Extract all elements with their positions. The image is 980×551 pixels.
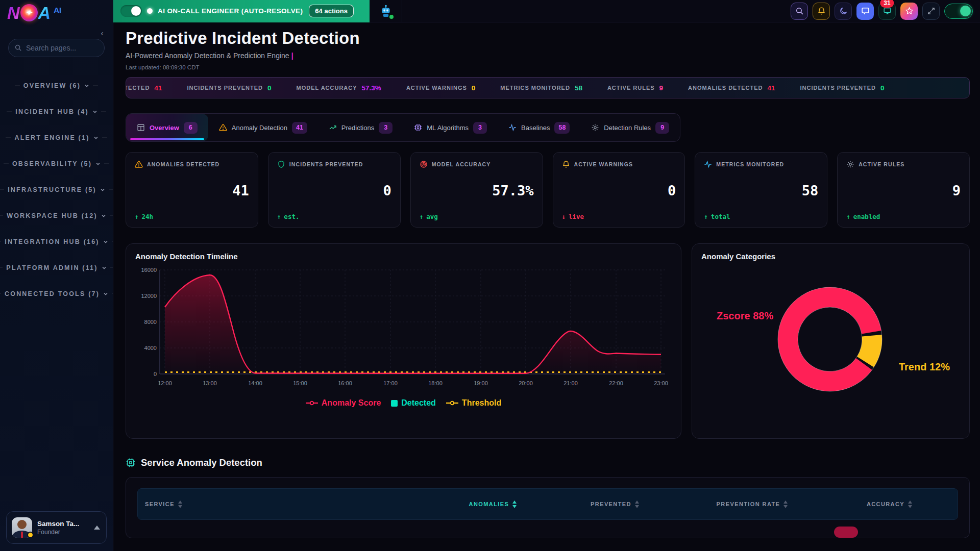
- user-role: Founder: [37, 529, 89, 536]
- sidebar-item-observability[interactable]: OBSERVABILITY (5): [0, 151, 113, 177]
- chat-button[interactable]: [856, 3, 874, 20]
- search-icon: [795, 7, 804, 15]
- theme-toggle-button[interactable]: [835, 3, 852, 20]
- stat-card-model-accuracy: MODEL ACCURACY 57.3% ↑avg: [410, 152, 543, 228]
- sidebar-item-workspace-hub[interactable]: WORKSPACE HUB (12): [0, 203, 113, 229]
- ticker-item: METRICS MONITORED58: [500, 84, 582, 92]
- ticker-item: ACTIVE RULES9: [607, 84, 663, 92]
- column-header-service[interactable]: SERVICE: [145, 500, 432, 508]
- last-updated: Last updated: 08:09:30 CDT: [126, 64, 970, 70]
- page-subtitle: AI-Powered Anomaly Detection & Predictio…: [126, 52, 970, 60]
- sessions-button[interactable]: 31: [878, 3, 896, 20]
- square-marker-icon: [391, 400, 398, 407]
- sidebar-item-integration-hub[interactable]: INTEGRATION HUB (16): [0, 229, 113, 255]
- app-logo[interactable]: N ✦ A AI: [0, 0, 113, 26]
- ticker-item: INCIDENTS PREVENTED0: [187, 84, 271, 92]
- sidebar-nav: OVERVIEW (6) INCIDENT HUB (4) ALERT ENGI…: [0, 72, 113, 307]
- donut-label-zscore: Zscore 88%: [717, 310, 773, 322]
- actions-count-badge[interactable]: 64 actions: [309, 5, 354, 17]
- star-icon: [905, 7, 914, 15]
- stat-cards: ANOMALIES DETECTED 41 ↑24h INCIDENTS PRE…: [126, 152, 970, 228]
- trend-arrow-icon: ↓: [562, 213, 566, 220]
- activity-icon: [704, 160, 712, 168]
- sidebar-item-incident-hub[interactable]: INCIDENT HUB (4): [0, 98, 113, 124]
- service-section-header: Service Anomaly Detection: [126, 457, 970, 468]
- column-header-prevention-rate[interactable]: PREVENTION RATE: [676, 500, 828, 508]
- cpu-scan-icon: [126, 458, 136, 468]
- bell-icon: [817, 7, 826, 15]
- chevron-down-icon: [84, 83, 89, 88]
- section-title: Service Anomaly Detection: [141, 457, 262, 468]
- favorites-button[interactable]: [900, 3, 918, 20]
- sort-icons: [783, 500, 788, 508]
- chevron-down-icon: [92, 109, 97, 114]
- moon-icon: [839, 7, 848, 15]
- chevron-down-icon: [103, 239, 108, 244]
- notification-count-badge: 31: [880, 0, 894, 8]
- logo-ai-text: AI: [54, 6, 61, 14]
- search-input[interactable]: [8, 39, 105, 57]
- sidebar-item-connected-tools[interactable]: CONNECTED TOOLS (7): [0, 281, 113, 307]
- trend-arrow-icon: ↑: [420, 213, 424, 220]
- tab-baselines[interactable]: Baselines 58: [498, 114, 580, 141]
- svg-text:4000: 4000: [144, 345, 157, 351]
- alerts-button[interactable]: [813, 3, 830, 20]
- ticker-item: INCIDENTS PREVENTED0: [800, 84, 884, 92]
- donut-label-trend: Trend 12%: [899, 361, 950, 373]
- sort-icons: [908, 500, 912, 508]
- stat-card-incidents-prevented: INCIDENTS PREVENTED 0 ↑est.: [268, 152, 401, 228]
- line-marker-icon: [306, 400, 318, 406]
- stat-value: 57.3%: [492, 183, 533, 198]
- tab-count-badge: 41: [292, 122, 307, 134]
- fullscreen-button[interactable]: [922, 3, 940, 20]
- live-indicator-dot: [147, 8, 153, 14]
- tab-anomaly-detection[interactable]: Anomaly Detection 41: [208, 114, 318, 141]
- online-status-dot: [388, 14, 395, 20]
- column-header-accuracy[interactable]: ACCURACY: [828, 500, 950, 508]
- sidebar-collapse-icon[interactable]: ‹: [97, 29, 107, 38]
- sidebar-item-alert-engine[interactable]: ALERT ENGINE (1): [0, 124, 113, 151]
- stat-value: 41: [232, 183, 249, 198]
- user-profile-card[interactable]: Samson Ta... Founder: [6, 511, 107, 544]
- cpu-icon: [414, 123, 422, 132]
- tab-ml-algorithms[interactable]: ML Algorithms 3: [403, 114, 498, 141]
- main-content: Predictive Incident Detection AI-Powered…: [113, 22, 980, 551]
- chevron-up-icon: [94, 525, 100, 530]
- logo-letter-a: A: [38, 3, 51, 23]
- service-table: SERVICE ANOMALIES PREVENTED PREVENTION R…: [126, 477, 970, 538]
- gear-icon: [591, 123, 599, 132]
- tab-detection-rules[interactable]: Detection Rules 9: [580, 114, 680, 141]
- stat-value: 0: [668, 183, 676, 198]
- search-button[interactable]: [791, 3, 808, 20]
- tab-predictions[interactable]: Predictions 3: [318, 114, 403, 141]
- sidebar-item-platform-admin[interactable]: PLATFORM ADMIN (11): [0, 255, 113, 281]
- legend-threshold: Threshold: [446, 398, 501, 408]
- stat-card-active-rules: ACTIVE RULES 9 ↑enabled: [837, 152, 970, 228]
- chevron-down-icon: [103, 291, 108, 296]
- svg-text:23:00: 23:00: [654, 380, 668, 386]
- column-header-anomalies[interactable]: ANOMALIES: [432, 500, 554, 508]
- svg-text:12000: 12000: [141, 293, 157, 299]
- tab-overview[interactable]: Overview 6: [126, 114, 208, 141]
- column-header-prevented[interactable]: PREVENTED: [554, 500, 676, 508]
- sidebar-item-overview[interactable]: OVERVIEW (6): [0, 72, 113, 98]
- tab-count-badge: 6: [184, 122, 198, 134]
- donut-plot: [701, 263, 961, 421]
- table-row-accuracy-badge: [834, 527, 858, 538]
- ai-assistant-button[interactable]: [370, 0, 402, 22]
- logo-letter-n: N: [7, 3, 20, 23]
- tab-count-badge: 3: [473, 122, 487, 134]
- svg-text:0: 0: [154, 371, 157, 377]
- svg-text:19:00: 19:00: [474, 380, 488, 386]
- sort-icons: [178, 500, 182, 508]
- search-icon: [14, 44, 22, 52]
- ticker-item: MODEL ACCURACY57.3%: [296, 84, 381, 92]
- svg-text:16000: 16000: [141, 267, 157, 273]
- stat-value: 0: [383, 183, 391, 198]
- live-mode-toggle[interactable]: [944, 4, 973, 19]
- svg-text:17:00: 17:00: [383, 380, 398, 386]
- svg-text:18:00: 18:00: [428, 380, 443, 386]
- ticker-item: ANOMALIES DETECTED41: [126, 84, 162, 92]
- auto-resolve-toggle[interactable]: [120, 5, 142, 17]
- sidebar-item-infrastructure[interactable]: INFRASTRUCTURE (5): [0, 177, 113, 203]
